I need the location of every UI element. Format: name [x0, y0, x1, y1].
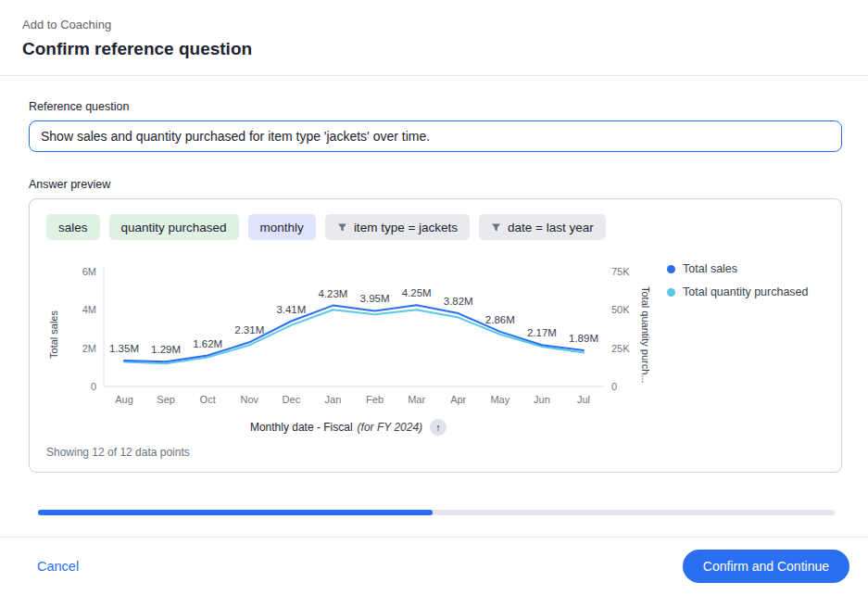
svg-text:4M: 4M	[82, 304, 96, 315]
svg-text:Oct: Oct	[200, 394, 216, 405]
svg-text:4.23M: 4.23M	[318, 288, 347, 299]
legend-dot-sales	[667, 265, 675, 273]
svg-text:1.89M: 1.89M	[569, 333, 598, 344]
svg-text:Sep: Sep	[157, 394, 175, 405]
svg-text:3.41M: 3.41M	[276, 304, 306, 315]
svg-text:6M: 6M	[82, 266, 96, 277]
svg-text:0: 0	[91, 381, 96, 392]
svg-text:1.35M: 1.35M	[109, 343, 139, 354]
svg-text:Jan: Jan	[325, 394, 342, 405]
token-monthly[interactable]: monthly	[248, 214, 316, 240]
chart-legend: Total sales Total quantity purchased	[667, 255, 809, 309]
filter-label: item type = jackets	[354, 221, 458, 234]
funnel-icon	[491, 222, 501, 233]
dialog-body: Reference question Answer preview sales …	[0, 76, 868, 537]
token-sales[interactable]: sales	[46, 214, 100, 240]
svg-text:2.17M: 2.17M	[527, 327, 557, 338]
answer-line-chart[interactable]: 02M4M6M025K50K75KAugSepOctNovDecJanFebMa…	[61, 255, 635, 414]
x-axis-title-text: Monthly date - Fiscal	[250, 421, 353, 434]
legend-label: Total quantity purchased	[683, 285, 809, 298]
svg-text:3.82M: 3.82M	[444, 296, 473, 307]
dialog-footer: Cancel Confirm and Continue	[0, 537, 868, 595]
svg-text:3.95M: 3.95M	[360, 293, 390, 304]
query-token-bar: sales quantity purchased monthly item ty…	[46, 214, 824, 240]
x-axis-title-note: (for FY 2024)	[358, 421, 422, 434]
svg-text:25K: 25K	[611, 343, 630, 354]
svg-text:Aug: Aug	[115, 394, 133, 405]
chart-area: Total sales 02M4M6M025K50K75KAugSepOctNo…	[46, 255, 824, 437]
legend-item-total-quantity[interactable]: Total quantity purchased	[667, 285, 809, 298]
reference-question-input[interactable]	[29, 120, 842, 152]
svg-text:Jun: Jun	[534, 394, 550, 405]
sort-ascending-icon[interactable]: ↑	[430, 419, 447, 436]
x-axis-title: Monthly date - Fiscal (for FY 2024) ↑	[61, 418, 635, 437]
filter-item-type[interactable]: item type = jackets	[325, 214, 470, 240]
funnel-icon	[337, 222, 347, 233]
svg-text:2.31M: 2.31M	[234, 324, 264, 335]
confirm-and-continue-button[interactable]: Confirm and Continue	[683, 550, 849, 583]
token-label: monthly	[260, 221, 304, 234]
svg-text:Feb: Feb	[366, 394, 384, 405]
svg-text:0: 0	[611, 381, 617, 392]
svg-text:Dec: Dec	[283, 394, 301, 405]
legend-dot-quantity	[667, 288, 675, 297]
legend-item-total-sales[interactable]: Total sales	[667, 262, 809, 275]
dialog-header: Add to Coaching Confirm reference questi…	[0, 0, 868, 76]
left-axis-title: Total sales	[48, 310, 59, 359]
answer-preview-card: sales quantity purchased monthly item ty…	[29, 198, 842, 473]
svg-text:50K: 50K	[611, 304, 630, 315]
svg-text:4.25M: 4.25M	[402, 287, 432, 298]
svg-text:1.62M: 1.62M	[193, 338, 222, 349]
data-points-footnote: Showing 12 of 12 data points	[46, 446, 824, 459]
svg-text:75K: 75K	[611, 266, 630, 277]
token-label: quantity purchased	[121, 221, 227, 234]
svg-text:Mar: Mar	[408, 394, 425, 405]
svg-text:Nov: Nov	[240, 394, 258, 405]
breadcrumb: Add to Coaching	[22, 18, 846, 32]
token-label: sales	[58, 221, 88, 234]
svg-text:2M: 2M	[82, 343, 96, 354]
token-quantity-purchased[interactable]: quantity purchased	[109, 214, 239, 240]
scrollbar-thumb[interactable]	[38, 510, 433, 515]
filter-label: date = last year	[508, 221, 594, 234]
reference-question-label: Reference question	[29, 100, 842, 113]
horizontal-scrollbar	[38, 510, 835, 515]
answer-preview-label: Answer preview	[29, 178, 842, 191]
svg-text:1.29M: 1.29M	[151, 344, 181, 355]
cancel-button[interactable]: Cancel	[37, 559, 79, 574]
right-axis-title: Total quantity purch...	[640, 286, 651, 384]
legend-label: Total sales	[683, 262, 737, 275]
svg-text:Jul: Jul	[577, 394, 590, 405]
svg-text:Apr: Apr	[450, 394, 466, 405]
page-title: Confirm reference question	[22, 39, 846, 59]
svg-text:May: May	[490, 394, 509, 405]
filter-date[interactable]: date = last year	[479, 214, 606, 240]
svg-text:2.86M: 2.86M	[485, 314, 515, 325]
